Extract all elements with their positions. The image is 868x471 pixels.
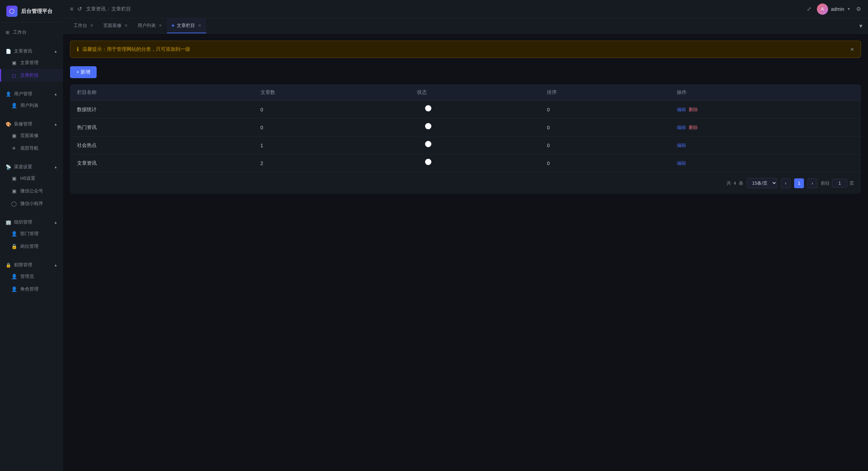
sidebar-item-h5[interactable]: ▣ H5设置 — [0, 172, 63, 185]
user-group-icon: 👤 — [6, 91, 11, 97]
settings-icon[interactable]: ⚙ — [856, 6, 861, 12]
sidebar-item-admin[interactable]: 👤 管理员 — [0, 270, 63, 283]
fullscreen-icon[interactable]: ⤢ — [807, 6, 811, 12]
permission-group-label: 权限管理 — [14, 262, 32, 268]
table-row: 文章资讯20编辑 — [70, 155, 861, 172]
col-header-status: 状态 — [410, 84, 540, 101]
logo-text: 后台管理平台 — [21, 8, 53, 15]
nav-group-article-header[interactable]: 📄 文章资讯 ▲ — [0, 45, 63, 56]
permission-group-icon: 🔒 — [6, 262, 11, 268]
tab-article-category[interactable]: 文章栏目 ✕ — [167, 18, 206, 33]
table-header: 栏目名称 文章数 状态 排序 操作 — [70, 84, 861, 101]
cell-name: 社会热点 — [70, 137, 254, 155]
nav-group-permission-header[interactable]: 🔒 权限管理 ▲ — [0, 258, 63, 270]
nav-group-decoration-header[interactable]: 🎨 装修管理 ▲ — [0, 117, 63, 129]
article-category-icon: ◻ — [11, 73, 17, 78]
nav-group-channel-header[interactable]: 📡 渠道设置 ▲ — [0, 160, 63, 172]
tab-user-list-label: 用户列表 — [138, 22, 156, 29]
user-info[interactable]: A admin ▼ — [817, 4, 850, 15]
cell-count: 1 — [254, 137, 410, 155]
cell-count: 0 — [254, 119, 410, 137]
cell-status — [410, 137, 540, 155]
sidebar-item-wechat-official[interactable]: ▣ 微信公众号 — [0, 185, 63, 197]
edit-button[interactable]: 编辑 — [677, 161, 686, 166]
nav-group-user-header[interactable]: 👤 用户管理 ▲ — [0, 87, 63, 99]
username-label: admin — [831, 6, 844, 12]
cell-name: 文章资讯 — [70, 155, 254, 172]
sidebar: ⬡ 后台管理平台 ⊞ 工作台 📄 文章资讯 ▲ ▣ 文章管理 ◻ 文章栏目 — [0, 0, 63, 471]
tabs-more-button[interactable]: ▾ — [859, 22, 862, 30]
pagination: 共 4 条 15条/页 30条/页 50条/页 ‹ 1 › 前往 页 — [70, 172, 861, 194]
next-page-button[interactable]: › — [807, 178, 817, 188]
sidebar-item-dept[interactable]: 👤 部门管理 — [0, 227, 63, 240]
sidebar-item-article-manage[interactable]: ▣ 文章管理 — [0, 56, 63, 69]
sidebar-item-footer-nav[interactable]: ✈ 底部导航 — [0, 142, 63, 155]
data-table: 栏目名称 文章数 状态 排序 操作 数据统计00编辑删除热门资讯00编辑删除社会… — [70, 84, 861, 172]
user-group-label: 用户管理 — [14, 91, 32, 97]
sidebar-item-user-list[interactable]: 👤 用户列表 — [0, 99, 63, 112]
tabs-bar: 工作台 ✕ 页面装修 ✕ 用户列表 ✕ 文章栏目 ✕ ▾ — [63, 18, 868, 34]
goto-page: 前往 页 — [821, 179, 854, 187]
sidebar-item-role[interactable]: 👤 角色管理 — [0, 283, 63, 295]
nav-group-org-header[interactable]: 🏢 组织管理 ▲ — [0, 216, 63, 227]
breadcrumb: 文章资讯 / 文章栏目 — [86, 6, 131, 12]
h5-icon: ▣ — [11, 176, 17, 181]
tab-article-category-close[interactable]: ✕ — [198, 23, 201, 28]
main-content: ≡ ↺ 文章资讯 / 文章栏目 ⤢ A admin ▼ ⚙ 工作台 ✕ 页面装修… — [63, 0, 868, 471]
cell-name: 热门资讯 — [70, 119, 254, 137]
dept-icon: 👤 — [11, 231, 17, 237]
chevron-icon-decoration: ▲ — [54, 122, 57, 126]
chevron-icon-org: ▲ — [54, 220, 57, 224]
cell-sort: 0 — [540, 155, 670, 172]
tab-page-decoration[interactable]: 页面装修 ✕ — [98, 18, 133, 33]
cell-count: 0 — [254, 101, 410, 119]
delete-button[interactable]: 删除 — [689, 107, 698, 112]
toolbar: + 新增 — [70, 66, 861, 78]
edit-button[interactable]: 编辑 — [677, 125, 686, 130]
user-dropdown-icon: ▼ — [847, 7, 850, 11]
cell-status — [410, 101, 540, 119]
sidebar-item-article-category[interactable]: ◻ 文章栏目 — [0, 69, 63, 82]
col-header-actions: 操作 — [670, 84, 861, 101]
alert-text: 温馨提示：用于管理网站的分类，只可添加到一级 — [82, 46, 190, 53]
prev-page-button[interactable]: ‹ — [781, 178, 791, 188]
alert-close-button[interactable]: ✕ — [850, 47, 854, 52]
sidebar-item-page-decoration[interactable]: ▣ 页面装修 — [0, 129, 63, 142]
wechat-official-icon: ▣ — [11, 188, 17, 194]
header-right: ⤢ A admin ▼ ⚙ — [807, 4, 861, 15]
chevron-icon-permission: ▲ — [54, 263, 57, 267]
data-table-container: 栏目名称 文章数 状态 排序 操作 数据统计00编辑删除热门资讯00编辑删除社会… — [70, 84, 861, 194]
top-nav: ⊞ 工作台 — [0, 23, 63, 42]
cell-name: 数据统计 — [70, 101, 254, 119]
tab-page-decoration-close[interactable]: ✕ — [124, 23, 128, 28]
table-body: 数据统计00编辑删除热门资讯00编辑删除社会热点10编辑文章资讯20编辑 — [70, 101, 861, 172]
goto-input[interactable] — [832, 179, 847, 187]
edit-button[interactable]: 编辑 — [677, 107, 686, 112]
table-row: 热门资讯00编辑删除 — [70, 119, 861, 137]
cell-status — [410, 119, 540, 137]
tab-user-list-close[interactable]: ✕ — [159, 23, 162, 28]
add-button[interactable]: + 新增 — [70, 66, 97, 78]
current-page-button[interactable]: 1 — [794, 178, 804, 188]
tab-page-decoration-label: 页面装修 — [103, 22, 121, 29]
decoration-group-label: 装修管理 — [14, 121, 32, 127]
wechat-mini-icon: ◯ — [11, 201, 17, 206]
nav-group-user: 👤 用户管理 ▲ 👤 用户列表 — [0, 84, 63, 115]
sidebar-item-wechat-mini[interactable]: ◯ 微信小程序 — [0, 197, 63, 210]
sidebar-item-workspace[interactable]: ⊞ 工作台 — [0, 26, 63, 39]
goto-label: 前往 — [821, 180, 830, 186]
table-row: 社会热点10编辑 — [70, 137, 861, 155]
refresh-icon[interactable]: ↺ — [77, 6, 82, 12]
delete-button[interactable]: 删除 — [689, 125, 698, 130]
menu-icon[interactable]: ≡ — [70, 6, 73, 12]
tab-workspace-close[interactable]: ✕ — [90, 23, 93, 28]
cell-actions: 编辑 — [670, 137, 861, 155]
nav-group-decoration: 🎨 装修管理 ▲ ▣ 页面装修 ✈ 底部导航 — [0, 115, 63, 157]
edit-button[interactable]: 编辑 — [677, 143, 686, 148]
page-decoration-icon: ▣ — [11, 133, 17, 138]
page-size-select[interactable]: 15条/页 30条/页 50条/页 — [747, 178, 777, 188]
article-group-label: 文章资讯 — [14, 48, 32, 54]
tab-user-list[interactable]: 用户列表 ✕ — [133, 18, 167, 33]
sidebar-item-position[interactable]: 🔒 岗位管理 — [0, 240, 63, 253]
tab-workspace[interactable]: 工作台 ✕ — [69, 18, 98, 33]
